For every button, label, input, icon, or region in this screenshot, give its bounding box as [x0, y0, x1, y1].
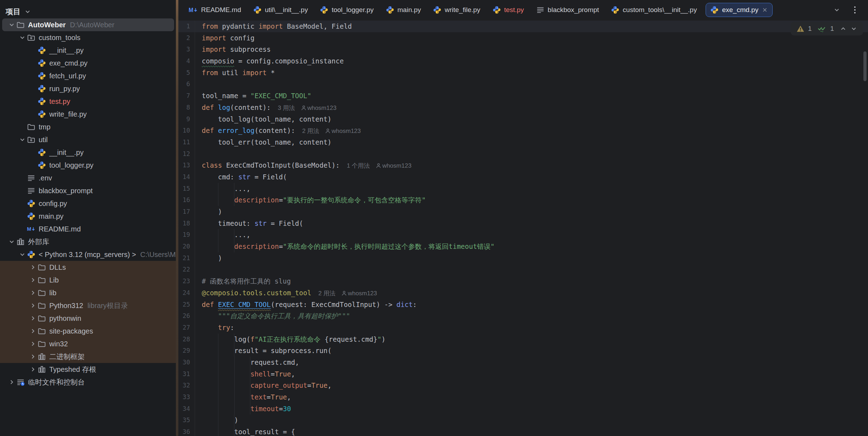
editor-tab[interactable]: test.py: [486, 0, 530, 19]
line-number[interactable]: 7: [178, 90, 195, 102]
tree-item[interactable]: write_file.py: [0, 108, 176, 121]
line-number[interactable]: 20: [178, 241, 195, 252]
line-number[interactable]: 15: [178, 183, 195, 195]
line-number[interactable]: 4: [178, 55, 195, 67]
editor-tab[interactable]: util\__init__.py: [247, 0, 314, 19]
code-line[interactable]: 27 try:: [178, 322, 868, 334]
line-number[interactable]: 3: [178, 44, 195, 55]
line-number[interactable]: 32: [178, 380, 195, 391]
line-number[interactable]: 35: [178, 414, 195, 426]
line-number[interactable]: 17: [178, 206, 195, 218]
line-number[interactable]: 6: [178, 78, 195, 90]
tree-item[interactable]: Python312library根目录: [0, 299, 176, 312]
close-icon[interactable]: [762, 7, 768, 13]
line-number[interactable]: 18: [178, 218, 195, 229]
editor-tab[interactable]: custom_tools\__init__.py: [605, 0, 703, 19]
chevron-down-icon[interactable]: [18, 34, 27, 41]
code-line[interactable]: 3import subprocess: [178, 44, 868, 55]
editor-tab[interactable]: write_file.py: [427, 0, 486, 19]
code-line[interactable]: 28 log(f"AI正在执行系统命令 {request.cmd}"): [178, 334, 868, 345]
chevron-right-icon[interactable]: [28, 353, 38, 360]
inspections-widget[interactable]: 1 1: [791, 22, 863, 35]
line-number[interactable]: 26: [178, 310, 195, 322]
chevron-down-icon[interactable]: [24, 8, 31, 15]
code-line[interactable]: 34 timeout=30: [178, 403, 868, 415]
chevron-right-icon[interactable]: [28, 276, 38, 284]
editor-tab[interactable]: main.py: [380, 0, 427, 19]
tree-item[interactable]: tool_logger.py: [0, 159, 176, 172]
line-number[interactable]: 16: [178, 194, 195, 206]
line-number[interactable]: 13: [178, 160, 195, 171]
code-line[interactable]: 24@composio.tools.custom_tool2 用法whosm12…: [178, 287, 868, 299]
code-line[interactable]: 15 ...,: [178, 183, 868, 195]
editor-tab-active[interactable]: exe_cmd.py: [706, 3, 772, 17]
tree-item[interactable]: custom_tools: [0, 31, 176, 44]
code-line[interactable]: 25def EXEC_CMD_TOOL(request: ExecCmdTool…: [178, 299, 868, 311]
chevron-right-icon[interactable]: [28, 328, 38, 335]
editor-tab[interactable]: blackbox_prompt: [530, 0, 605, 19]
code-line[interactable]: 29 result = subprocess.run(: [178, 345, 868, 357]
tree-item[interactable]: main.py: [0, 210, 176, 223]
code-line[interactable]: 13class ExecCmdToolInput(BaseModel):1 个用…: [178, 160, 868, 171]
code-line[interactable]: 8def log(content):3 用法whosm123: [178, 102, 868, 113]
next-problem-chevron-down-icon[interactable]: [850, 25, 857, 32]
code-line[interactable]: 16 description="要执行的一整句系统命令，可包含空格等字符": [178, 194, 868, 206]
line-number[interactable]: 2: [178, 32, 195, 44]
line-number[interactable]: 5: [178, 67, 195, 79]
chevron-right-icon[interactable]: [28, 264, 38, 271]
chevron-right-icon[interactable]: [28, 302, 38, 309]
tree-item[interactable]: win32: [0, 337, 176, 350]
tree-item[interactable]: __init__.py: [0, 44, 176, 57]
tree-item[interactable]: Typeshed 存根: [0, 363, 176, 376]
tree-item[interactable]: test.py: [0, 95, 176, 108]
code-line[interactable]: 36 tool_result = {: [178, 426, 868, 436]
line-number[interactable]: 28: [178, 334, 195, 345]
code-line[interactable]: 1from pydantic import BaseModel, Field: [178, 21, 868, 32]
code-line[interactable]: 21 ): [178, 252, 868, 264]
tree-item[interactable]: run_py.py: [0, 82, 176, 95]
chevron-right-icon[interactable]: [28, 340, 38, 347]
tree-item[interactable]: tmp: [0, 121, 176, 133]
line-number[interactable]: 14: [178, 171, 195, 183]
code-line[interactable]: 20 description="系统命令的超时时长，执行时间超过这个参数，将返回…: [178, 241, 868, 252]
tree-item[interactable]: config.py: [0, 197, 176, 210]
usages-inlay-hint[interactable]: 2 用法: [302, 128, 319, 134]
tree-item[interactable]: DLLs: [0, 261, 176, 274]
chevron-down-icon[interactable]: [7, 21, 16, 28]
editor-tab[interactable]: MREADME.md: [183, 0, 247, 19]
tree-item[interactable]: exe_cmd.py: [0, 57, 176, 69]
tree-item[interactable]: MREADME.md: [0, 223, 176, 235]
tree-item[interactable]: lib: [0, 286, 176, 299]
inspections-ok-icon[interactable]: [817, 24, 827, 33]
line-number[interactable]: 8: [178, 102, 195, 113]
code-line[interactable]: 5from util import *: [178, 67, 868, 79]
code-line[interactable]: 19 ...,: [178, 229, 868, 241]
tree-item[interactable]: util: [0, 133, 176, 146]
code-line[interactable]: 11 tool_err(tool_name, content): [178, 136, 868, 148]
tree-item[interactable]: Lib: [0, 274, 176, 286]
author-inlay-hint[interactable]: whosm123: [332, 128, 361, 134]
code-line[interactable]: 9 tool_log(tool_name, content): [178, 113, 868, 125]
code-line[interactable]: 12: [178, 148, 868, 160]
editor-tab[interactable]: tool_logger.py: [314, 0, 379, 19]
code-line[interactable]: 7tool_name = "EXEC_CMD_TOOL": [178, 90, 868, 102]
warning-icon[interactable]: [796, 25, 805, 33]
tree-item[interactable]: fetch_url.py: [0, 69, 176, 82]
code-line[interactable]: 32 capture_output=True,: [178, 380, 868, 391]
line-number[interactable]: 33: [178, 391, 195, 403]
chevron-down-icon[interactable]: [18, 136, 27, 143]
tree-item[interactable]: .env: [0, 172, 176, 184]
line-number[interactable]: 10: [178, 125, 195, 136]
code-line[interactable]: 14 cmd: str = Field(: [178, 171, 868, 183]
tab-options-kebab-icon[interactable]: [852, 6, 858, 14]
tree-item[interactable]: 临时文件和控制台: [0, 376, 176, 389]
chevron-down-icon[interactable]: [7, 238, 16, 245]
tree-item[interactable]: 二进制框架: [0, 350, 176, 363]
code-line[interactable]: 23# 函数名将用作工具的 slug: [178, 275, 868, 287]
line-number[interactable]: 21: [178, 252, 195, 264]
tree-item[interactable]: < Python 3.12 (mcp_servers) >C:\Users\Ma…: [0, 248, 176, 261]
usages-inlay-hint[interactable]: 2 用法: [318, 290, 335, 297]
author-inlay-hint[interactable]: whosm123: [307, 105, 336, 111]
author-inlay-hint[interactable]: whosm123: [382, 162, 411, 169]
code-line[interactable]: 10def error_log(content):2 用法whosm123: [178, 125, 868, 136]
